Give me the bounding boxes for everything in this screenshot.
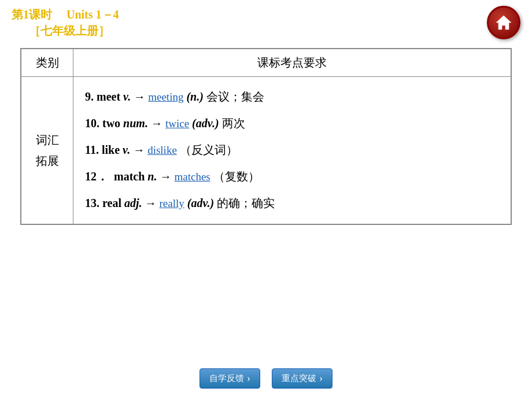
pos-13: adj. bbox=[124, 197, 142, 209]
meaning-12: （复数） bbox=[210, 170, 260, 183]
list-item: 9. meet v. → meeting (n.) 会议；集会 bbox=[85, 84, 499, 109]
meaning-10: 两次 bbox=[219, 117, 245, 130]
vocabulary-table: 类别 课标考点要求 词汇拓展 9. meet v. → meeting (n.)… bbox=[21, 49, 511, 224]
home-button[interactable] bbox=[487, 6, 520, 39]
derived-pos-10: (adv.) bbox=[192, 117, 219, 130]
arrow-10: → bbox=[148, 117, 165, 130]
derived-11: dislike bbox=[147, 144, 177, 156]
self-review-button[interactable]: 自学反馈 bbox=[200, 368, 260, 389]
key-points-label: 重点突破 bbox=[282, 373, 316, 384]
svg-marker-0 bbox=[496, 16, 511, 29]
entry-number-13: 13. real bbox=[85, 197, 124, 209]
derived-9: meeting bbox=[148, 91, 183, 103]
derived-pos-13: (adv.) bbox=[187, 197, 214, 209]
meaning-11: （反义词） bbox=[177, 143, 238, 156]
entry-number-10: 10. two bbox=[85, 117, 123, 130]
list-item: 12． match n. → matches （复数） bbox=[85, 164, 499, 189]
pos-12: n. bbox=[147, 170, 157, 183]
derived-10: twice bbox=[165, 117, 189, 130]
arrow-11: → bbox=[130, 143, 147, 156]
table-row: 词汇拓展 9. meet v. → meeting (n.) 会议；集会 10.… bbox=[21, 77, 511, 224]
list-item: 13. real adj. → really (adv.) 的确；确实 bbox=[85, 190, 499, 216]
entry-number-9: 9. meet bbox=[85, 90, 123, 103]
arrow-13: → bbox=[142, 197, 160, 209]
content-cell: 9. meet v. → meeting (n.) 会议；集会 10. two … bbox=[73, 77, 511, 224]
home-icon bbox=[495, 14, 512, 31]
arrow-9: → bbox=[131, 90, 148, 103]
meaning-9: 会议；集会 bbox=[204, 90, 264, 103]
header: 第1课时 Units 1－4 ［七年级上册］ bbox=[0, 0, 532, 42]
derived-12: matches bbox=[174, 171, 210, 183]
col1-header: 类别 bbox=[21, 49, 73, 77]
entry-number-11: 11. like bbox=[85, 143, 123, 156]
pos-10: num. bbox=[123, 117, 148, 130]
entry-number-12: 12． match bbox=[85, 170, 147, 183]
pos-11: v. bbox=[123, 143, 130, 156]
main-table-container: 类别 课标考点要求 词汇拓展 9. meet v. → meeting (n.)… bbox=[20, 48, 512, 225]
grade-label: ［七年级上册］ bbox=[29, 23, 119, 39]
arrow-12: → bbox=[157, 170, 174, 183]
list-item: 11. like v. → dislike （反义词） bbox=[85, 137, 499, 162]
derived-pos-9: (n.) bbox=[186, 90, 203, 103]
key-points-button[interactable]: 重点突破 bbox=[272, 368, 332, 389]
header-titles: 第1课时 Units 1－4 ［七年级上册］ bbox=[12, 6, 119, 39]
category-cell: 词汇拓展 bbox=[21, 77, 73, 224]
pos-9: v. bbox=[123, 90, 131, 103]
lesson-number: 第1课时 bbox=[12, 8, 52, 21]
meaning-13: 的确；确实 bbox=[214, 197, 275, 209]
units-label: Units 1－4 bbox=[66, 8, 119, 21]
footer: 自学反馈 重点突破 bbox=[200, 368, 332, 389]
derived-13: really bbox=[160, 197, 184, 209]
lesson-title: 第1课时 Units 1－4 bbox=[12, 6, 119, 23]
self-review-label: 自学反馈 bbox=[209, 373, 244, 384]
list-item: 10. two num. → twice (adv.) 两次 bbox=[85, 110, 499, 136]
col2-header: 课标考点要求 bbox=[73, 49, 511, 77]
